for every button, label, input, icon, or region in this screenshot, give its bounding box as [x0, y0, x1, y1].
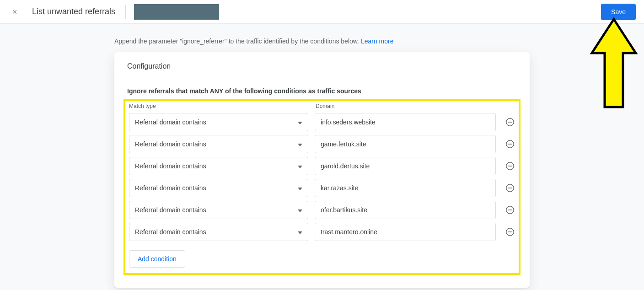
- condition-row: Referral domain contains: [127, 111, 517, 133]
- column-match-type: Match type: [129, 103, 309, 109]
- condition-row: Referral domain contains: [127, 177, 517, 199]
- remove-circle-icon: [505, 117, 515, 127]
- match-type-value: Referral domain contains: [135, 228, 206, 236]
- match-type-select[interactable]: Referral domain contains: [129, 135, 308, 153]
- match-type-select[interactable]: Referral domain contains: [129, 113, 308, 131]
- domain-input[interactable]: [315, 201, 496, 219]
- match-type-value: Referral domain contains: [135, 206, 206, 214]
- remove-condition-button[interactable]: [505, 139, 515, 149]
- divider: [125, 5, 126, 19]
- domain-input[interactable]: [315, 179, 496, 197]
- condition-row: Referral domain contains: [127, 199, 517, 221]
- match-type-value: Referral domain contains: [135, 184, 206, 192]
- remove-condition-button[interactable]: [505, 183, 515, 193]
- domain-input[interactable]: [315, 157, 496, 175]
- match-type-select[interactable]: Referral domain contains: [129, 223, 308, 241]
- remove-condition-button[interactable]: [505, 117, 515, 127]
- page-title: List unwanted referrals: [32, 7, 115, 16]
- match-type-value: Referral domain contains: [135, 140, 206, 148]
- context-badge: [134, 4, 219, 20]
- remove-circle-icon: [505, 183, 515, 193]
- section-label: Ignore referrals that match ANY of the f…: [114, 79, 530, 95]
- add-condition-button[interactable]: Add condition: [129, 250, 185, 268]
- match-type-select[interactable]: Referral domain contains: [129, 201, 308, 219]
- remove-condition-button[interactable]: [505, 161, 515, 171]
- remove-circle-icon: [505, 205, 515, 215]
- domain-input[interactable]: [315, 135, 496, 153]
- condition-row: Referral domain contains: [127, 155, 517, 177]
- remove-circle-icon: [505, 227, 515, 237]
- match-type-select[interactable]: Referral domain contains: [129, 157, 308, 175]
- remove-circle-icon: [505, 139, 515, 149]
- chevron-down-icon: [298, 228, 302, 236]
- conditions-highlight: Match type Domain Referral domain contai…: [123, 99, 521, 275]
- topbar: List unwanted referrals Save: [0, 0, 644, 24]
- close-button[interactable]: [8, 5, 21, 18]
- chevron-down-icon: [298, 162, 302, 170]
- match-type-value: Referral domain contains: [135, 118, 206, 126]
- intro-body: Append the parameter "ignore_referrer" t…: [114, 38, 361, 45]
- workarea: Append the parameter "ignore_referrer" t…: [0, 24, 644, 290]
- match-type-select[interactable]: Referral domain contains: [129, 179, 308, 197]
- intro-text: Append the parameter "ignore_referrer" t…: [114, 24, 530, 52]
- domain-input[interactable]: [315, 113, 496, 131]
- column-domain: Domain: [316, 103, 498, 109]
- close-icon: [11, 9, 18, 15]
- chevron-down-icon: [298, 184, 302, 192]
- condition-row: Referral domain contains: [127, 133, 517, 155]
- learn-more-link[interactable]: Learn more: [361, 38, 394, 45]
- save-button[interactable]: Save: [601, 4, 636, 20]
- domain-input[interactable]: [315, 223, 496, 241]
- config-card: Configuration Ignore referrals that matc…: [114, 52, 530, 288]
- remove-condition-button[interactable]: [505, 227, 515, 237]
- chevron-down-icon: [298, 140, 302, 148]
- chevron-down-icon: [298, 206, 302, 214]
- remove-condition-button[interactable]: [505, 205, 515, 215]
- card-heading: Configuration: [114, 52, 530, 79]
- remove-circle-icon: [505, 161, 515, 171]
- chevron-down-icon: [298, 118, 302, 126]
- match-type-value: Referral domain contains: [135, 162, 206, 170]
- condition-row: Referral domain contains: [127, 221, 517, 243]
